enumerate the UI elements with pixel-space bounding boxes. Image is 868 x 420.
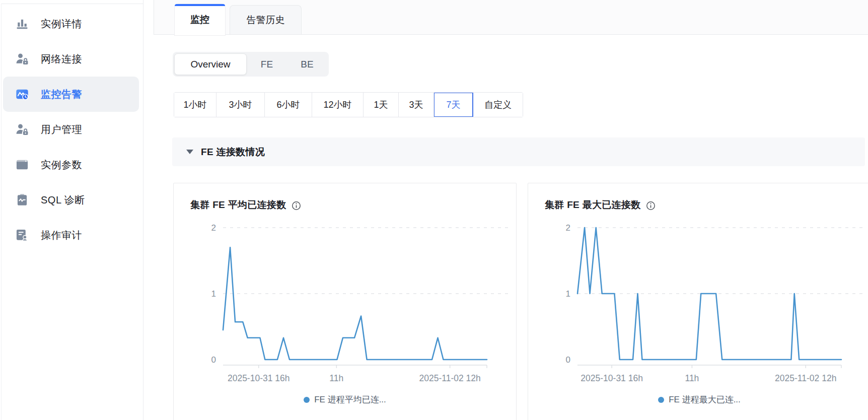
info-icon[interactable] (646, 201, 656, 211)
time-range-custom[interactable]: 自定义 (473, 93, 523, 117)
sidebar-item-audit[interactable]: 操作审计 (0, 218, 143, 253)
sidebar-menu: 实例详情 网络连接 (0, 6, 143, 253)
time-range-label: 3天 (409, 99, 423, 111)
time-range-7d[interactable]: 7天 (434, 93, 473, 117)
chart-title: 集群 FE 平均已连接数 (190, 198, 286, 212)
svg-text:1: 1 (211, 289, 216, 299)
sql-diagnosis-icon (15, 193, 29, 207)
time-range-1d[interactable]: 1天 (364, 93, 399, 117)
svg-text:2025-10-31 16h: 2025-10-31 16h (228, 373, 290, 383)
sidebar-item-label: SQL 诊断 (41, 193, 85, 207)
chart-card-fe-avg-connections: 集群 FE 平均已连接数 0122025-10-31 16h11h2025-11… (173, 183, 517, 420)
tab-label: 监控 (190, 13, 209, 26)
legend-dot-icon (304, 397, 310, 403)
sidebar-item-label: 用户管理 (41, 123, 82, 136)
panel-icon (15, 158, 29, 172)
time-range-label: 1小时 (183, 99, 206, 111)
sidebar-item-instance-params[interactable]: 实例参数 (0, 147, 143, 182)
view-option-fe[interactable]: FE (247, 53, 287, 75)
svg-text:2: 2 (566, 223, 570, 233)
chart-card-fe-max-connections: 集群 FE 最大已连接数 0122025-10-31 16h11h2025-11… (528, 183, 868, 420)
tab-label: 告警历史 (247, 14, 285, 27)
time-range-label: 自定义 (484, 99, 512, 111)
sidebar-item-label: 操作审计 (41, 229, 82, 242)
tab-bar: 监控 告警历史 (154, 0, 868, 35)
view-option-label: BE (301, 59, 313, 70)
legend-label: FE 进程最大已连... (669, 394, 741, 405)
section-fe-connections[interactable]: FE 连接数情况 (172, 137, 865, 166)
chart-header: 集群 FE 平均已连接数 (174, 183, 516, 212)
audit-icon (15, 228, 29, 242)
view-option-label: FE (261, 59, 273, 70)
time-range-3h[interactable]: 3小时 (216, 93, 265, 117)
sidebar-item-instance-details[interactable]: 实例详情 (0, 6, 143, 41)
svg-text:2025-11-02 12h: 2025-11-02 12h (419, 373, 480, 383)
svg-text:0: 0 (566, 355, 570, 365)
info-icon[interactable] (292, 201, 301, 211)
tab-alert-history[interactable]: 告警历史 (230, 5, 302, 34)
svg-text:1: 1 (566, 289, 570, 299)
sidebar-item-label: 实例参数 (41, 158, 82, 172)
view-option-be[interactable]: BE (287, 53, 327, 75)
chart-header: 集群 FE 最大已连接数 (528, 183, 868, 212)
view-switcher: Overview FE BE (173, 52, 329, 77)
legend-item[interactable]: FE 进程最大已连... (528, 394, 868, 405)
svg-text:2: 2 (211, 223, 216, 233)
legend-item[interactable]: FE 进程平均已连... (174, 394, 516, 405)
sidebar-item-sql-diagnosis[interactable]: SQL 诊断 (0, 182, 143, 218)
sidebar-item-user-management[interactable]: 用户管理 (0, 112, 143, 147)
time-range-1h[interactable]: 1小时 (174, 93, 216, 117)
time-range-label: 3小时 (229, 99, 252, 111)
chart-title: 集群 FE 最大已连接数 (545, 198, 640, 212)
user-lock-icon (15, 122, 29, 136)
sidebar: 实例详情 网络连接 (0, 0, 143, 420)
monitor-alert-icon (15, 87, 29, 101)
svg-text:11h: 11h (685, 373, 699, 383)
sidebar-item-label: 网络连接 (41, 52, 82, 66)
svg-text:11h: 11h (329, 373, 343, 383)
time-range-6h[interactable]: 6小时 (265, 93, 312, 117)
sidebar-item-network[interactable]: 网络连接 (0, 41, 143, 77)
time-range-12h[interactable]: 12小时 (312, 93, 364, 117)
sidebar-item-monitor-alerts[interactable]: 监控告警 (3, 77, 139, 112)
bar-chart-icon (15, 17, 29, 31)
line-chart[interactable]: 0122025-10-31 16h11h2025-11-02 12h (528, 214, 868, 387)
sidebar-item-label: 监控告警 (41, 88, 82, 101)
legend-label: FE 进程平均已连... (314, 394, 386, 405)
view-option-overview[interactable]: Overview (174, 53, 247, 75)
view-option-label: Overview (190, 59, 230, 70)
monitoring-page: 实例详情 网络连接 (0, 0, 868, 420)
user-lock-icon (15, 52, 29, 66)
line-chart[interactable]: 0122025-10-31 16h11h2025-11-02 12h (174, 214, 517, 387)
legend-dot-icon (658, 397, 664, 403)
time-range-label: 12小时 (323, 99, 351, 111)
tab-monitoring[interactable]: 监控 (175, 4, 225, 35)
time-range-group: 1小时 3小时 6小时 12小时 1天 3天 7天 自定义 (174, 92, 523, 117)
svg-text:0: 0 (211, 355, 216, 365)
time-range-label: 6小时 (276, 99, 300, 111)
time-range-label: 7天 (446, 99, 460, 111)
svg-text:2025-11-02 12h: 2025-11-02 12h (775, 373, 836, 383)
svg-text:2025-10-31 16h: 2025-10-31 16h (581, 373, 643, 383)
sidebar-item-label: 实例详情 (41, 17, 82, 31)
section-title: FE 连接数情况 (201, 146, 265, 159)
caret-down-icon (186, 150, 193, 154)
time-range-3d[interactable]: 3天 (399, 93, 434, 117)
time-range-label: 1天 (374, 99, 388, 111)
